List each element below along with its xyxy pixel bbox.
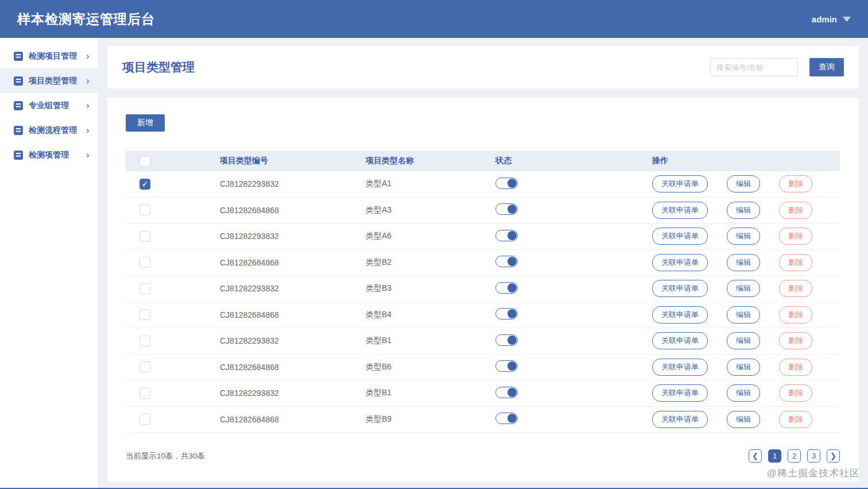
row-name: 类型B4 xyxy=(366,310,495,320)
row-name: 类型B1 xyxy=(366,388,495,398)
edit-button[interactable]: 编辑 xyxy=(727,280,760,297)
delete-button[interactable]: 删除 xyxy=(779,332,812,349)
status-toggle[interactable] xyxy=(495,413,518,424)
document-icon xyxy=(14,126,23,135)
table-row: CJ81282293832 类型B1 关联申请单 编辑 删除 xyxy=(126,380,840,407)
sidebar-item[interactable]: 专业组管理 › xyxy=(0,93,98,118)
relate-application-button[interactable]: 关联申请单 xyxy=(652,306,708,324)
toggle-knob xyxy=(507,257,517,266)
page-button-1[interactable]: 1 xyxy=(768,449,781,463)
edit-button[interactable]: 编辑 xyxy=(727,332,760,349)
relate-application-button[interactable]: 关联申请单 xyxy=(652,254,708,271)
pagination-bar: 当前显示10条，共30条 ❮123❯ xyxy=(126,449,840,463)
sidebar-item[interactable]: 检测流程管理 › xyxy=(0,118,98,143)
sidebar-item-label: 检测项目管理 xyxy=(29,51,86,61)
relate-application-button[interactable]: 关联申请单 xyxy=(652,228,708,245)
watermark: @稀土掘金技术社区 xyxy=(767,467,860,480)
row-name: 类型A3 xyxy=(366,205,495,215)
user-menu[interactable]: admin xyxy=(812,14,851,24)
relate-application-button[interactable]: 关联申请单 xyxy=(652,359,708,376)
chevron-right-icon: › xyxy=(86,75,90,87)
row-checkbox[interactable] xyxy=(140,336,150,346)
delete-button[interactable]: 删除 xyxy=(779,359,812,376)
status-toggle[interactable] xyxy=(495,178,518,189)
status-toggle[interactable] xyxy=(495,256,518,267)
page-button-3[interactable]: 3 xyxy=(807,449,820,463)
edit-button[interactable]: 编辑 xyxy=(727,254,760,271)
status-toggle[interactable] xyxy=(495,360,518,372)
delete-button[interactable]: 删除 xyxy=(779,306,812,324)
relate-application-button[interactable]: 关联申请单 xyxy=(652,280,708,297)
search-input[interactable] xyxy=(710,58,798,76)
row-checkbox[interactable] xyxy=(140,231,150,242)
table-row: CJ81282293832 类型B3 关联申请单 编辑 删除 xyxy=(126,276,840,302)
sidebar-item[interactable]: 项目类型管理 › xyxy=(0,68,98,93)
toggle-knob xyxy=(507,388,517,397)
status-toggle[interactable] xyxy=(495,203,518,215)
row-checkbox[interactable] xyxy=(140,283,150,294)
delete-button[interactable]: 删除 xyxy=(779,411,812,428)
row-checkbox[interactable] xyxy=(140,257,150,268)
sidebar-item[interactable]: 检测项目管理 › xyxy=(0,44,98,68)
toggle-knob xyxy=(507,283,517,292)
delete-button[interactable]: 删除 xyxy=(779,384,812,402)
document-icon xyxy=(14,151,23,160)
edit-button[interactable]: 编辑 xyxy=(727,202,760,219)
delete-button[interactable]: 删除 xyxy=(779,202,812,219)
edit-button[interactable]: 编辑 xyxy=(727,306,760,324)
edit-button[interactable]: 编辑 xyxy=(727,228,760,245)
status-toggle[interactable] xyxy=(495,282,518,294)
data-table: 项目类型编号 项目类型名称 状态 操作 ✓ CJ81282293832 类型A1… xyxy=(126,151,840,433)
table-row: CJ81282684868 类型B4 关联申请单 编辑 删除 xyxy=(126,302,840,329)
delete-button[interactable]: 删除 xyxy=(779,280,812,297)
row-checkbox[interactable] xyxy=(140,309,150,320)
col-actions: 操作 xyxy=(652,156,840,166)
status-toggle[interactable] xyxy=(495,387,518,398)
toggle-knob xyxy=(507,309,517,318)
relate-application-button[interactable]: 关联申请单 xyxy=(652,332,708,349)
row-checkbox[interactable] xyxy=(140,361,150,372)
delete-button[interactable]: 删除 xyxy=(779,254,812,271)
row-code: CJ81282293832 xyxy=(220,179,366,188)
document-icon xyxy=(14,52,23,61)
row-code: CJ81282684868 xyxy=(220,258,366,267)
add-button[interactable]: 新增 xyxy=(126,114,165,132)
search-button[interactable]: 查询 xyxy=(809,58,844,76)
sidebar-item-label: 检测流程管理 xyxy=(29,125,86,136)
row-checkbox[interactable] xyxy=(140,388,150,399)
row-checkbox[interactable] xyxy=(140,205,150,215)
edit-button[interactable]: 编辑 xyxy=(727,175,760,192)
status-toggle[interactable] xyxy=(495,230,518,241)
relate-application-button[interactable]: 关联申请单 xyxy=(652,202,708,219)
prev-page-button[interactable]: ❮ xyxy=(749,449,762,463)
col-status: 状态 xyxy=(495,156,652,166)
relate-application-button[interactable]: 关联申请单 xyxy=(652,411,708,428)
table-row: CJ81282293832 类型B1 关联申请单 编辑 删除 xyxy=(126,328,840,355)
row-checkbox[interactable] xyxy=(140,414,150,425)
delete-button[interactable]: 删除 xyxy=(779,175,812,192)
row-code: CJ81282684868 xyxy=(220,206,366,215)
user-name: admin xyxy=(812,14,837,24)
table-row: CJ81282684868 类型B9 关联申请单 编辑 删除 xyxy=(126,407,840,433)
sidebar-item-label: 检测项管理 xyxy=(29,150,86,160)
status-toggle[interactable] xyxy=(495,308,518,319)
row-name: 类型B2 xyxy=(366,257,495,268)
app-title: 样本检测寄运管理后台 xyxy=(17,10,155,28)
status-toggle[interactable] xyxy=(495,334,518,346)
sidebar-item-label: 专业组管理 xyxy=(29,101,86,111)
toggle-knob xyxy=(507,361,517,371)
select-all-checkbox[interactable] xyxy=(140,156,150,167)
row-checkbox[interactable]: ✓ xyxy=(140,179,150,190)
page-title: 项目类型管理 xyxy=(122,59,195,75)
sidebar-item[interactable]: 检测项管理 › xyxy=(0,143,98,167)
edit-button[interactable]: 编辑 xyxy=(727,359,760,376)
delete-button[interactable]: 删除 xyxy=(779,228,812,245)
relate-application-button[interactable]: 关联申请单 xyxy=(652,384,708,402)
edit-button[interactable]: 编辑 xyxy=(727,411,760,428)
next-page-button[interactable]: ❯ xyxy=(827,449,840,463)
relate-application-button[interactable]: 关联申请单 xyxy=(652,175,708,192)
toggle-knob xyxy=(507,336,517,345)
edit-button[interactable]: 编辑 xyxy=(727,384,760,402)
page-button-2[interactable]: 2 xyxy=(788,449,801,463)
search-area: 查询 xyxy=(710,58,844,76)
